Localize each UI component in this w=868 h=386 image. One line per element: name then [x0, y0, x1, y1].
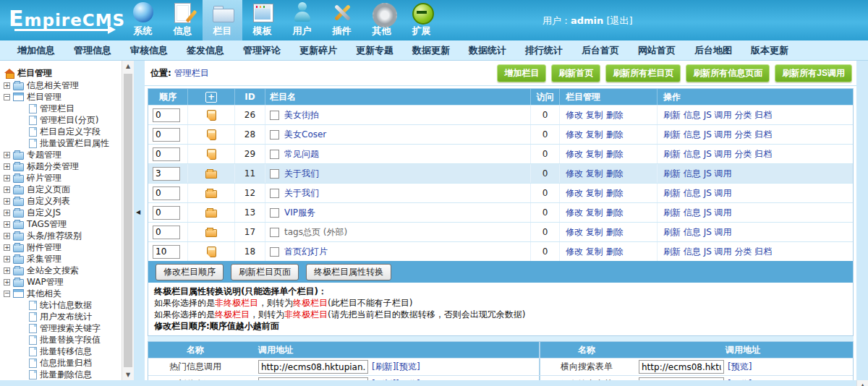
expand-toggle[interactable] — [4, 279, 10, 286]
expand-toggle[interactable] — [4, 186, 10, 193]
tree-item[interactable]: 管理栏目 — [0, 103, 122, 114]
tree-item[interactable]: 信息相关管理 — [0, 80, 122, 91]
sub-nav-item[interactable]: 管理评论 — [243, 44, 281, 57]
operation-links[interactable]: 刷新 信息 JS 调用 — [663, 226, 732, 239]
expand-toggle[interactable] — [4, 291, 10, 297]
tree-item[interactable]: 标题分类管理 — [0, 160, 122, 172]
table-toolbar-button[interactable]: 终极栏目属性转换 — [306, 264, 391, 280]
manage-links[interactable]: 修改 复制 删除 — [566, 168, 624, 180]
row-checkbox[interactable] — [270, 208, 279, 218]
scroll-up-icon[interactable]: ▲ — [122, 63, 134, 69]
expand-toggle[interactable] — [4, 244, 10, 251]
top-menu-tab[interactable]: 系统 — [123, 0, 163, 40]
tree-item[interactable]: 批量转移信息 — [0, 346, 122, 357]
expand-toggle[interactable] — [4, 152, 10, 158]
column-name-link[interactable]: 关于我们 — [284, 168, 319, 180]
expand-toggle[interactable] — [4, 94, 10, 100]
js-call-links[interactable]: [刷新][预览] — [372, 378, 420, 380]
operation-links[interactable]: 刷新 信息 JS 调用 分类 归档 — [663, 129, 772, 141]
sidebar-scrollbar[interactable]: ▲ ▼ — [122, 61, 134, 380]
operation-links[interactable]: 刷新 信息 JS 调用 — [663, 168, 732, 180]
manage-links[interactable]: 修改 复制 删除 — [566, 129, 624, 141]
sub-nav-item[interactable]: 网站首页 — [638, 44, 676, 57]
order-input[interactable] — [153, 245, 180, 259]
row-checkbox[interactable] — [270, 150, 279, 159]
js-call-url-input[interactable] — [258, 377, 368, 380]
tree-item[interactable]: 批量替换字段值 — [0, 334, 122, 346]
tree-item[interactable]: 自定义页面 — [0, 184, 122, 195]
tree-item[interactable]: 自定义JS — [0, 207, 122, 218]
scroll-up-icon[interactable]: ▲ — [857, 382, 868, 386]
order-input[interactable] — [153, 167, 180, 181]
tree-item[interactable]: 其他相关 — [0, 288, 122, 299]
panel-splitter[interactable]: ◀ — [134, 61, 145, 380]
tree-item[interactable]: 信息批量归档 — [0, 357, 122, 369]
expand-toggle[interactable] — [4, 210, 10, 216]
js-call-links[interactable]: [预览] — [728, 361, 752, 373]
sub-nav-item[interactable]: 排行统计 — [525, 44, 563, 57]
js-call-url-input[interactable] — [639, 360, 724, 374]
tree-item[interactable]: 专题管理 — [0, 149, 122, 160]
expand-toggle[interactable] — [4, 175, 10, 181]
logout-link[interactable]: [退出] — [606, 15, 632, 26]
top-menu-tab[interactable]: 扩展 — [401, 0, 441, 40]
page-action-button[interactable]: 刷新首页 — [551, 64, 600, 82]
expand-toggle[interactable] — [4, 163, 10, 170]
sub-nav-item[interactable]: 后台首页 — [582, 44, 619, 57]
top-menu-tab[interactable]: 插件 — [322, 0, 362, 40]
tree-item[interactable]: 栏目自定义字段 — [0, 126, 122, 137]
order-input[interactable] — [153, 108, 180, 122]
manage-links[interactable]: 修改 复制 删除 — [566, 109, 624, 121]
row-checkbox[interactable] — [270, 189, 279, 198]
order-input[interactable] — [153, 186, 180, 200]
tree-item[interactable]: 头条/推荐级别 — [0, 230, 122, 241]
sub-nav-item[interactable]: 后台地图 — [694, 44, 732, 57]
tree-item[interactable]: TAGS管理 — [0, 218, 122, 230]
sub-nav-item[interactable]: 审核信息 — [130, 44, 168, 57]
column-name-link[interactable]: 美女街拍 — [284, 109, 319, 121]
operation-links[interactable]: 刷新 信息 JS 调用 分类 归档 — [663, 246, 772, 258]
expand-toggle[interactable] — [4, 256, 10, 262]
tree-item[interactable]: 附件管理 — [0, 241, 122, 253]
top-menu-tab[interactable]: 信息 — [163, 0, 203, 40]
js-call-links[interactable]: [预览] — [728, 378, 752, 380]
column-name-link[interactable]: tags总页 (外部) — [284, 226, 347, 239]
collapse-sidebar-icon[interactable]: ◀ — [136, 209, 140, 215]
row-checkbox[interactable] — [270, 247, 279, 257]
operation-links[interactable]: 刷新 信息 JS 调用 — [663, 207, 732, 219]
sub-nav-item[interactable]: 签发信息 — [187, 44, 224, 57]
manage-links[interactable]: 修改 复制 删除 — [566, 207, 624, 219]
page-action-button[interactable]: 刷新所有JS调用 — [775, 64, 852, 82]
expand-toggle[interactable] — [4, 221, 10, 228]
manage-links[interactable]: 修改 复制 删除 — [566, 148, 624, 160]
row-checkbox[interactable] — [270, 130, 279, 140]
tree-item[interactable]: 统计信息数据 — [0, 299, 122, 311]
manage-links[interactable]: 修改 复制 删除 — [566, 187, 624, 200]
order-input[interactable] — [153, 147, 180, 161]
manage-links[interactable]: 修改 复制 删除 — [566, 226, 624, 239]
order-input[interactable] — [153, 226, 180, 239]
column-name-link[interactable]: 常见问题 — [284, 148, 319, 160]
sub-nav-item[interactable]: 增加信息 — [17, 44, 55, 57]
operation-links[interactable]: 刷新 信息 JS 调用 — [663, 187, 732, 200]
column-name-link[interactable]: 美女Coser — [284, 129, 326, 141]
js-call-url-input[interactable] — [639, 377, 724, 380]
tree-item[interactable]: 用户发布统计 — [0, 311, 122, 322]
top-menu-tab[interactable]: 其他 — [362, 0, 401, 40]
js-call-links[interactable]: [刷新][预览] — [372, 361, 420, 373]
sub-nav-item[interactable]: 更新专题 — [356, 44, 393, 57]
top-menu-tab[interactable]: 用户 — [282, 0, 322, 40]
row-checkbox[interactable] — [270, 111, 279, 120]
top-menu-tab[interactable]: 栏目 — [203, 0, 242, 40]
operation-links[interactable]: 刷新 信息 JS 调用 分类 归档 — [663, 148, 772, 160]
row-checkbox[interactable] — [270, 228, 279, 237]
tree-item[interactable]: 采集管理 — [0, 253, 122, 265]
row-checkbox[interactable] — [270, 169, 279, 179]
table-toolbar-button[interactable]: 刷新栏目页面 — [231, 264, 299, 280]
sub-nav-item[interactable]: 管理信息 — [74, 44, 111, 57]
expand-toggle[interactable] — [4, 267, 10, 274]
sub-nav-item[interactable]: 更新碎片 — [299, 44, 337, 57]
tree-item[interactable]: 全站全文搜索 — [0, 265, 122, 276]
page-action-button[interactable]: 增加栏目 — [497, 64, 546, 82]
sub-nav-item[interactable]: 数据统计 — [469, 44, 506, 57]
